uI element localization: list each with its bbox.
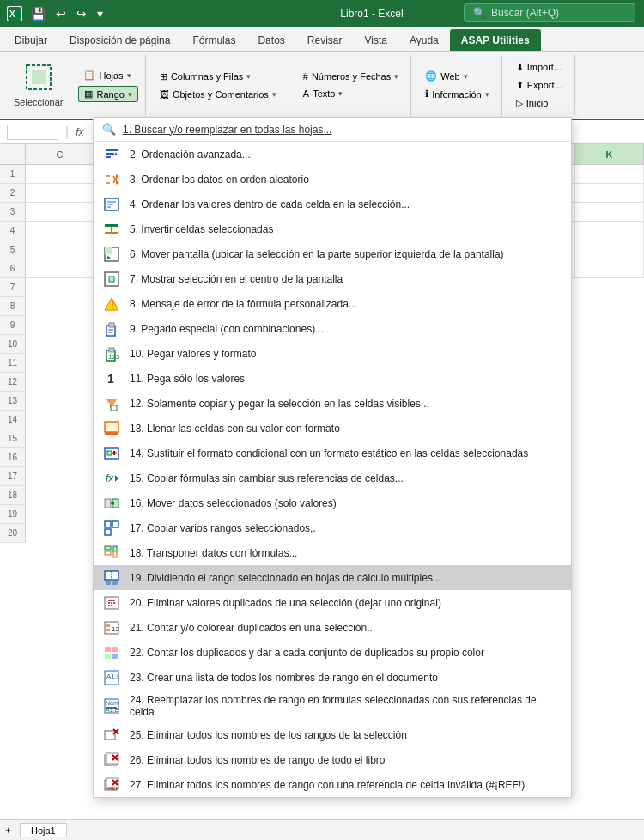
tab-ayuda[interactable]: Ayuda <box>398 29 450 51</box>
rango-arrow: ▾ <box>128 90 132 99</box>
group-columnas: ⊞ Columnas y Filas ▾ 🖼 Objetos y Comenta… <box>148 55 289 115</box>
btn-objetos[interactable]: 🖼 Objetos y Comentarios ▾ <box>155 88 282 101</box>
menu-item-23[interactable]: A1:B223. Crear una lista de todos los no… <box>94 665 571 690</box>
menu-item-7[interactable]: 7. Mostrar selección en el centro de la … <box>94 266 571 291</box>
menu-item-text-16: 16. Mover datos seleccionados (solo valo… <box>130 497 562 509</box>
menu-item-22[interactable]: 22. Contar los duplicados y dar a cada c… <box>94 640 571 665</box>
svg-rect-71 <box>112 654 118 659</box>
replace-names-icon: NameA1:B <box>102 698 121 714</box>
menu-item-14[interactable]: 14. Sustituir el formato condicional con… <box>94 441 571 466</box>
svg-rect-49 <box>105 521 111 527</box>
tab-dibujar[interactable]: Dibujar <box>3 29 58 51</box>
menu-item-9[interactable]: 9. Pegado especial (con combinaciones)..… <box>94 316 571 341</box>
svg-text:X: X <box>9 9 15 19</box>
svg-rect-19 <box>105 232 118 234</box>
tab-revisar[interactable]: Revisar <box>296 29 354 51</box>
row-5: 5 <box>0 240 26 259</box>
tab-formulas[interactable]: Fórmulas <box>181 29 246 51</box>
menu-item-4[interactable]: 4. Ordenar los valores dentro de cada ce… <box>94 192 571 216</box>
menu-item-8[interactable]: !8. Mensaje de error de la fórmula perso… <box>94 291 571 316</box>
save-btn[interactable]: 💾 <box>27 5 49 22</box>
svg-rect-22 <box>105 247 112 254</box>
menu-item-21[interactable]: 12321. Contar y/o colorear duplicados en… <box>94 615 571 640</box>
menu-item-15[interactable]: fx15. Copiar fórmulas sin cambiar sus re… <box>94 466 571 490</box>
fx-label: fx <box>76 126 83 138</box>
btn-texto[interactable]: A Texto ▾ <box>298 87 349 100</box>
menu-item-20[interactable]: 20. Eliminar valores duplicados de una s… <box>94 590 571 615</box>
menu-item-3[interactable]: 3. Ordenar los datos en orden aleatorio <box>94 167 571 192</box>
menu-item-6[interactable]: 6. Mover pantalla (ubicar la selección e… <box>94 241 571 266</box>
row-11: 11 <box>0 354 26 373</box>
btn-columnas[interactable]: ⊞ Columnas y Filas ▾ <box>155 70 256 84</box>
select-label: Seleccionar <box>14 97 63 107</box>
add-sheet-btn[interactable]: ＋ <box>3 824 13 837</box>
menu-item-17[interactable]: 17. Copiar varios rangos seleccionados,. <box>94 515 571 540</box>
transpose-icon <box>102 545 121 561</box>
btn-web[interactable]: 🌐 Web ▾ <box>420 69 472 83</box>
sort-icon <box>102 147 121 162</box>
hojas-arrow: ▾ <box>127 71 131 80</box>
txt-arrow: ▾ <box>338 89 343 98</box>
btn-inicio[interactable]: ▷ Inicio <box>511 96 554 111</box>
col-c: C <box>26 144 94 164</box>
cell-reference[interactable] <box>7 125 58 140</box>
paste-values-icon: 123 <box>102 346 121 362</box>
undo-btn[interactable]: ↩ <box>52 5 70 22</box>
row-12: 12 <box>0 373 26 392</box>
menu-search-item[interactable]: 🔍 1. Buscar y/o reemplazar en todas las … <box>94 118 571 142</box>
menu-item-text-17: 17. Copiar varios rangos seleccionados,. <box>130 522 562 534</box>
menu-item-text-14: 14. Sustituir el formato condicional con… <box>130 447 562 460</box>
btn-info[interactable]: ℹ Información ▾ <box>420 87 494 101</box>
menu-item-2[interactable]: 2. Ordenación avanzada... <box>94 142 571 167</box>
btn-rango[interactable]: ▦ Rango ▾ <box>78 86 137 102</box>
svg-rect-68 <box>105 647 111 652</box>
filter-paste-icon <box>102 396 121 411</box>
svg-rect-59 <box>112 581 118 585</box>
svg-text:123: 123 <box>112 625 119 633</box>
inicio-icon: ▷ <box>516 98 523 109</box>
tab-datos[interactable]: Datos <box>246 29 295 51</box>
svg-text:Name: Name <box>106 700 119 706</box>
menu-item-text-18: 18. Transponer datos con fórmulas... <box>130 547 562 559</box>
menu-item-24[interactable]: NameA1:B24. Reemplazar los nombres de ra… <box>94 690 571 722</box>
row-numbers: 1 2 3 4 5 6 7 8 9 10 11 12 13 14 15 16 1… <box>0 165 26 819</box>
btn-hojas[interactable]: 📋 Hojas ▾ <box>78 68 136 82</box>
tab-asap[interactable]: ASAP Utilities <box>450 29 541 51</box>
menu-item-13[interactable]: 13. Llenar las celdas con su valor con f… <box>94 416 571 441</box>
menu-item-text-2: 2. Ordenación avanzada... <box>130 149 562 161</box>
svg-marker-23 <box>107 256 111 259</box>
menu-item-10[interactable]: 12310. Pegar valores y formato <box>94 341 571 366</box>
title-bar: X 💾 ↩ ↪ ▾ Libro1 - Excel 🔍 Buscar (Alt+Q… <box>0 0 644 27</box>
svg-rect-69 <box>112 647 118 652</box>
btn-export[interactable]: ⬆ Export... <box>511 78 568 93</box>
menu-item-25[interactable]: 25. Eliminar todos los nombres de los ra… <box>94 722 571 747</box>
menu-item-18[interactable]: 18. Transponer datos con fórmulas... <box>94 540 571 565</box>
search-bar[interactable]: 🔍 Buscar (Alt+Q) <box>464 3 635 22</box>
redo-btn[interactable]: ↪ <box>73 5 90 22</box>
group-web: 🌐 Web ▾ ℹ Información ▾ <box>413 55 501 115</box>
select-button[interactable]: Seleccionar <box>7 59 70 111</box>
row-9: 9 <box>0 316 26 335</box>
menu-item-11[interactable]: 111. Pega sólo los valores <box>94 366 571 391</box>
tab-disposicion[interactable]: Disposición de página <box>58 29 181 51</box>
menu-item-12[interactable]: 12. Solamente copiar y pegar la selecció… <box>94 391 571 416</box>
grid-cell[interactable] <box>26 165 94 183</box>
del-names-sel-icon <box>102 727 121 743</box>
customize-btn[interactable]: ▾ <box>94 5 106 22</box>
svg-rect-52 <box>105 546 111 550</box>
menu-item-27[interactable]: #REF27. Eliminar todos los nombres de ra… <box>94 772 571 797</box>
btn-numeros[interactable]: # Números y Fechas ▾ <box>298 70 404 83</box>
menu-item-19[interactable]: 19. Dividiendo el rango seleccionado en … <box>94 565 571 590</box>
menu-item-text-13: 13. Llenar las celdas con su valor con f… <box>130 423 562 435</box>
sheet1-tab[interactable]: Hoja1 <box>20 823 67 837</box>
del-names-invalid-icon: #REF <box>102 777 121 793</box>
menu-item-16[interactable]: 16. Mover datos seleccionados (solo valo… <box>94 490 571 515</box>
tab-vista[interactable]: Vista <box>354 29 398 51</box>
row-1: 1 <box>0 165 26 184</box>
svg-text:#REF: #REF <box>106 786 119 791</box>
num-arrow: ▾ <box>394 72 398 81</box>
btn-import[interactable]: ⬇ Import... <box>511 60 567 75</box>
ribbon-tabs: Dibujar Disposición de página Fórmulas D… <box>0 27 644 52</box>
menu-item-26[interactable]: 26. Eliminar todos los nombres de rango … <box>94 747 571 772</box>
menu-item-5[interactable]: 5. Invertir celdas seleccionadas <box>94 216 571 241</box>
